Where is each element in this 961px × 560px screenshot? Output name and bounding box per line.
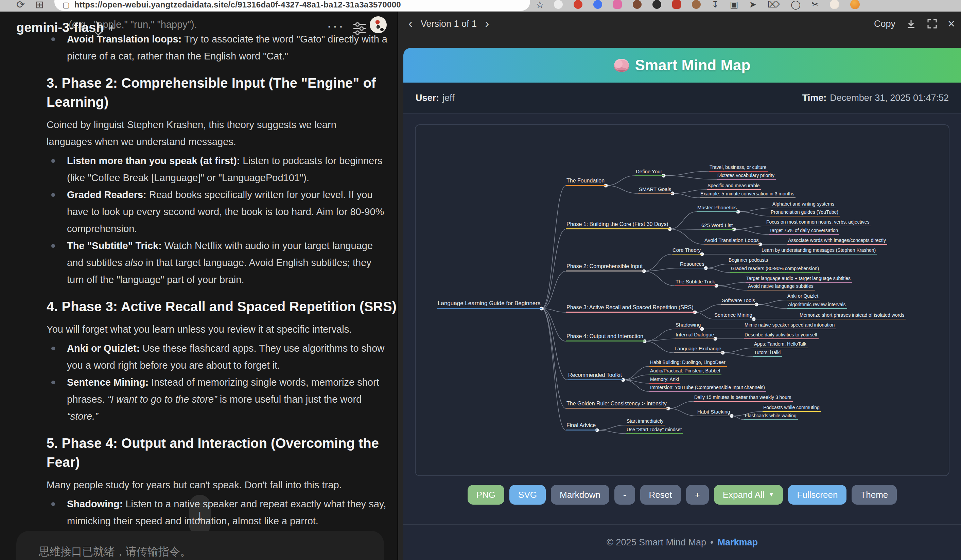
brown-extension[interactable] [633,0,641,9]
mindmap-node[interactable]: Algorithmic review intervals [787,302,847,309]
browser-tool-icon[interactable]: ◯ [791,0,800,10]
mindmap-node[interactable]: Shadowing [675,322,702,329]
artifact-header-bar: ‹ Version 1 of 1 › Copy × [398,11,961,48]
mindmap-node[interactable]: Tutors: iTalki [754,350,782,357]
address-bar[interactable]: ▢ https://open-webui.yangtzedaidata.site… [55,0,530,11]
mindmap-node[interactable]: Internal Dialogue [675,332,715,339]
mindmap-node[interactable]: Habit Stacking [697,409,732,416]
mask-extension[interactable] [554,0,563,9]
prev-version-button[interactable]: ‹ [407,17,415,31]
mindmap-node[interactable]: Phase 1: Building the Core (First 30 Day… [566,221,670,229]
mindmap-node[interactable]: The Foundation [566,178,606,186]
mindmap-node[interactable]: Target 75% of daily conversation [769,228,839,235]
mindmap-node[interactable]: Master Phonetics [697,205,738,212]
mindmap-node[interactable]: Alphabet and writing systems [772,201,836,208]
tab-grid-icon[interactable]: ⊞ [35,0,44,11]
browser-tool-icon[interactable]: ⌦ [767,0,780,10]
mindmap-node[interactable]: Specific and measurable [707,183,761,190]
chat-bullet: Avoid Translation loops: Try to associat… [47,30,390,64]
chat-input[interactable]: 思维接口已就绪，请传输指令。 [16,531,384,560]
mindmap-node[interactable]: Resources [679,261,706,268]
mindmap-node[interactable]: Define Your [635,168,664,176]
mindmap-node[interactable]: Describe daily activities to yourself [744,332,819,339]
mindmap-node[interactable]: Pronunciation guides (YouTube) [770,209,840,217]
mindmap-node[interactable]: Travel, business, or culture [709,164,768,172]
toolbar-button-expand-all[interactable]: Expand All▼ [714,485,783,505]
mindmap-card-header: Smart Mind Map [403,48,961,83]
chat-heading: 3. Phase 2: Comprehensible Input (The "E… [47,74,397,111]
copy-button[interactable]: Copy [874,19,895,29]
blue-social-extension[interactable] [593,0,602,9]
mindmap-node[interactable]: Phase 4: Output and Interaction [566,333,644,342]
mindmap-node[interactable]: Target language audio + target language … [746,276,852,283]
red-shield-extension[interactable] [574,0,582,9]
mindmap-node[interactable]: Daily 15 minutes is better than weekly 3… [694,395,793,402]
mindmap-node[interactable]: Habit Building: Duolingo, LingoDeer [649,359,727,367]
close-icon[interactable]: × [948,18,955,29]
next-version-button[interactable]: › [483,17,491,31]
mindmap-node[interactable]: Memorize short phrases instead of isolat… [799,312,906,319]
toolbar-button-theme[interactable]: Theme [852,485,897,505]
browser-profile-avatar[interactable] [830,0,839,9]
mindmap-node[interactable]: Beginner podcasts [728,257,769,264]
mindmap-node[interactable]: The Golden Rule: Consistency > Intensity [566,401,668,409]
mindmap-node[interactable]: Language Exchange [674,346,723,353]
mindmap-node[interactable]: Avoid Translation Loops [704,237,760,245]
url-text[interactable]: https://open-webui.yangtzedaidata.site/c… [74,0,401,10]
screen: ⟳ ⊞ ▢ https://open-webui.yangtzedaidata.… [0,0,961,560]
mindmap-node[interactable]: Use "Start Today" mindset [626,427,683,434]
toolbar-button-svg[interactable]: SVG [509,485,546,505]
mindmap-node[interactable]: Audio/Practical: Pimsleur, Babbel [649,368,722,375]
mindmap-node[interactable]: Memory: Anki [649,377,680,383]
brain-icon [614,59,629,72]
red-card-extension[interactable] [672,0,681,9]
toolbar-button-markdown[interactable]: Markdown [551,485,609,505]
mindmap-node[interactable]: Podcasts while commuting [763,405,821,412]
mindmap-node[interactable]: Dictates vocabulary priority [717,173,776,180]
mindmap-node[interactable]: Phase 3: Active Recall and Spaced Repeti… [566,305,695,313]
mindmap-node[interactable]: Associate words with images/concepts dir… [787,237,887,245]
mindmap-node[interactable]: Immersion: YouTube (Comprehensible Input… [649,385,766,392]
toolbar-button-png[interactable]: PNG [468,485,504,505]
toolbar-button--[interactable]: + [686,485,709,505]
mindmap-node[interactable]: Mimic native speaker speed and intonatio… [744,322,836,329]
mindmap-node[interactable]: Start immediately [626,418,665,425]
mindmap-canvas[interactable]: Language Learning Guide for BeginnersThe… [415,124,950,476]
mindmap-node[interactable]: Sentence Mining [714,312,754,319]
download-icon[interactable] [906,18,916,29]
mindmap-node[interactable]: The Subtitle Trick [675,279,716,286]
browser-orange-icon[interactable] [850,0,860,9]
scroll-down-cursor[interactable]: ↓ [189,495,211,536]
mindmap-node[interactable]: Focus on most common nouns, verbs, adjec… [766,219,871,226]
mindmap-node[interactable]: Final Advice [566,422,597,430]
browser-tool-icon[interactable]: ✂ [812,0,819,10]
mindmap-node[interactable]: Avoid native language subtitles [747,283,815,290]
mindmap-node[interactable]: Graded readers (80-90% comprehension) [730,266,820,273]
mindmap-node[interactable]: Software Tools [721,297,757,305]
mindmap-node[interactable]: Anki or Quizlet [787,293,820,300]
toolbar-button-reset[interactable]: Reset [640,485,681,505]
browser-tool-icon[interactable]: ↧ [712,0,719,10]
chat-bullet: Anki or Quizlet: Use these flashcard app… [47,340,390,374]
toolbar-button-fullscreen[interactable]: Fullscreen [788,485,847,505]
fullscreen-icon[interactable] [927,18,938,29]
mindmap-node[interactable]: Language Learning Guide for Beginners [437,300,542,309]
mindmap-node[interactable]: Flashcards while waiting [744,413,798,420]
pink-app-extension[interactable] [613,0,622,9]
mindmap-node[interactable]: Example: 5-minute conversation in 3 mont… [700,191,795,198]
dark-extension[interactable] [652,0,661,9]
bookmark-star-icon[interactable]: ☆ [535,0,544,11]
tan-extension[interactable] [692,0,701,9]
mindmap-node[interactable]: 625 Word List [701,222,734,230]
mindmap-node[interactable]: Learn by understanding messages (Stephen… [761,247,877,255]
mindmap-node[interactable]: SMART Goals [638,186,672,194]
markmap-link[interactable]: Markmap [717,537,758,548]
mindmap-node[interactable]: Recommended Toolkit [567,372,623,380]
mindmap-node[interactable]: Core Theory [672,247,702,255]
mindmap-node[interactable]: Apps: Tandem, HelloTalk [754,341,808,348]
browser-tool-icon[interactable]: ➤ [749,0,757,10]
toolbar-button--[interactable]: - [614,485,635,505]
browser-tool-icon[interactable]: ▣ [730,0,738,10]
mindmap-node[interactable]: Phase 2: Comprehensible Input [566,263,644,271]
reload-icon[interactable]: ⟳ [16,0,25,11]
